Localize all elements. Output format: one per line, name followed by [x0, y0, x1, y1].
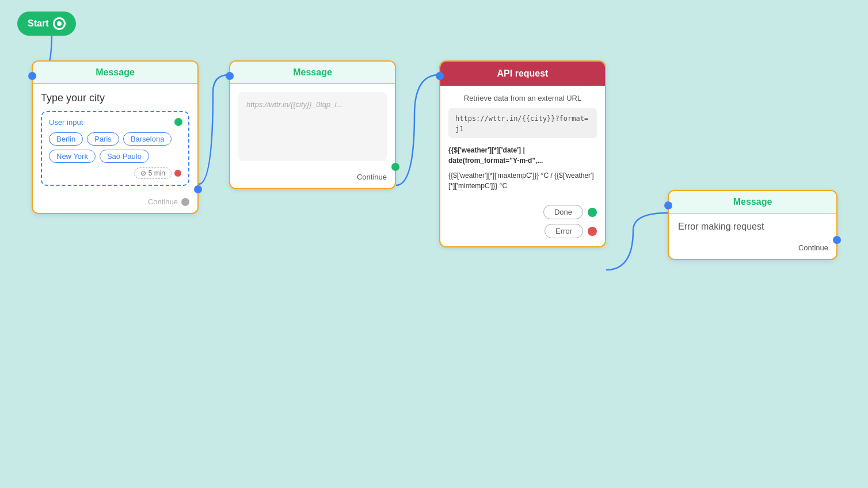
card-message-1: Message Type your city User input Berlin… — [32, 60, 199, 214]
timeout-row: ⊘ 5 min — [49, 167, 181, 179]
card4-continue-label: Continue — [798, 243, 828, 252]
card4-left-dot — [664, 201, 672, 209]
card1-header: Message — [33, 62, 197, 84]
tag-newyork[interactable]: New York — [49, 150, 96, 163]
card4-title: Message — [733, 197, 772, 207]
card1-left-dot — [28, 72, 36, 80]
api-url-box: https://wttr.in/{{city}}?format=j1 — [448, 108, 597, 138]
start-label: Start — [28, 18, 48, 29]
error-button[interactable]: Error — [545, 224, 583, 238]
card3-body: Retrieve data from an external URL https… — [440, 86, 605, 199]
done-dot — [588, 208, 597, 217]
card1-continue-label: Continue — [148, 197, 178, 206]
card2-continue-dot — [391, 163, 399, 171]
card4-body: Error making request — [669, 214, 836, 240]
tags-row: Berlin Paris Barselona New York Sao Paul… — [49, 132, 181, 163]
timeout-dot — [174, 170, 181, 177]
card2-header: Message — [230, 62, 395, 84]
user-input-label: User input — [49, 118, 181, 127]
error-message-text: Error making request — [678, 222, 827, 232]
card3-left-dot — [436, 72, 444, 80]
card2-title: Message — [293, 67, 332, 77]
card1-footer: Continue — [33, 194, 197, 213]
done-button[interactable]: Done — [543, 205, 583, 219]
card4-continue-dot — [833, 236, 841, 244]
card-api-request: API request Retrieve data from an extern… — [439, 60, 606, 247]
api-url-text: https://wttr.in/{{city}}?format=j1 — [455, 115, 588, 133]
tag-berlin[interactable]: Berlin — [49, 132, 83, 146]
error-dot — [588, 227, 597, 236]
card2-body: https://wttr.in/{{city}}_0tqp_l... — [230, 84, 395, 169]
card1-title: Message — [96, 67, 135, 77]
card1-right-dot — [194, 185, 202, 193]
card3-footer: Done Error — [440, 199, 605, 246]
url-preview-text: https://wttr.in/{{city}}_0tqp_l... — [246, 100, 342, 109]
tag-barselona[interactable]: Barselona — [123, 132, 172, 146]
start-circle-icon — [53, 17, 66, 30]
card3-title: API request — [497, 68, 549, 78]
api-description: Retrieve data from an external URL — [448, 94, 597, 102]
tag-paris[interactable]: Paris — [87, 132, 119, 146]
timeout-value: 5 min — [149, 169, 165, 177]
card2-continue-label: Continue — [357, 173, 387, 181]
card4-footer: Continue — [669, 240, 836, 259]
card2-footer: Continue — [230, 169, 395, 188]
card1-body: Type your city User input Berlin Paris B… — [33, 84, 197, 194]
timeout-badge: ⊘ 5 min — [134, 167, 172, 179]
card1-body-text: Type your city — [41, 92, 189, 104]
tag-saopaulo[interactable]: Sao Paulo — [100, 150, 149, 163]
timeout-icon: ⊘ — [140, 169, 146, 177]
card3-header: API request — [440, 62, 605, 86]
start-button[interactable]: Start — [17, 12, 76, 36]
error-row: Error — [545, 224, 597, 238]
card4-header: Message — [669, 191, 836, 214]
card-message-error: Message Error making request Continue — [668, 190, 837, 260]
api-formula1: {{$['weather'][*]['date'] | date(from_fo… — [448, 145, 597, 166]
api-formula2: {{$['weather'][*]['maxtempC']}} °C / {{$… — [448, 170, 597, 191]
user-input-box: User input Berlin Paris Barselona New Yo… — [41, 111, 189, 186]
url-preview-box: https://wttr.in/{{city}}_0tqp_l... — [238, 92, 387, 161]
done-row: Done — [543, 205, 597, 219]
card2-left-dot — [226, 72, 234, 80]
card1-continue-dot — [181, 198, 189, 206]
user-input-active-dot — [174, 118, 182, 126]
card-message-2: Message https://wttr.in/{{city}}_0tqp_l.… — [229, 60, 396, 189]
